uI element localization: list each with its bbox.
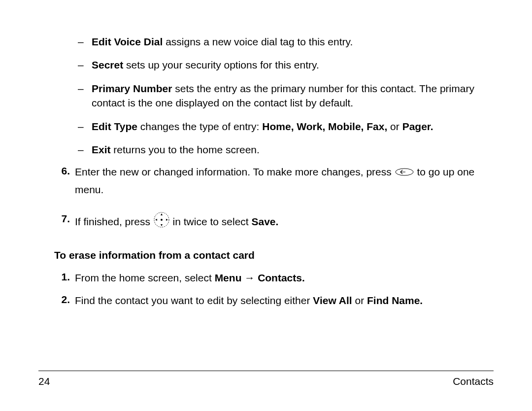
dash-item-edit-type: – Edit Type changes the type of entry: H… (78, 119, 494, 134)
back-button-icon (395, 164, 414, 181)
step-text: From the home screen, select Menu → Cont… (75, 270, 494, 287)
option-name: Edit Voice Dial (92, 36, 163, 47)
erase-steps: 1. From the home screen, select Menu → C… (54, 270, 494, 309)
option-name: Exit (92, 144, 111, 155)
section-title: Contacts (453, 374, 494, 388)
step6-pre: Enter the new or changed information. To… (75, 166, 395, 177)
e2-findname: Find Name. (367, 295, 423, 306)
erase-step-1: 1. From the home screen, select Menu → C… (54, 270, 494, 287)
option-desc-post: or (387, 121, 402, 132)
dash-item-primary-number: – Primary Number sets the entry as the p… (78, 81, 494, 110)
dash-text: Primary Number sets the entry as the pri… (92, 81, 494, 110)
footer-rule (38, 371, 494, 371)
step-number: 2. (54, 292, 75, 307)
option-desc-pre: changes the type of entry: (137, 121, 262, 132)
erase-step-2: 2. Find the contact you want to edit by … (54, 292, 494, 309)
step-number: 6. (54, 164, 75, 178)
svg-point-2 (161, 219, 163, 221)
dash-bullet: – (78, 58, 92, 72)
step7-pre: If finished, press (75, 216, 153, 227)
step-6: 6. Enter the new or changed information.… (54, 164, 494, 198)
e1-contacts: Contacts. (258, 272, 305, 283)
step7-save: Save. (252, 216, 279, 227)
option-name: Edit Type (92, 121, 137, 132)
e2-pre: Find the contact you want to edit by sel… (75, 295, 313, 306)
e1-pre: From the home screen, select (75, 272, 215, 283)
e1-arrow: → (241, 272, 258, 283)
dash-bullet: – (78, 142, 92, 157)
erase-heading: To erase information from a contact card (54, 248, 494, 262)
step-7: 7. If finished, press in twice to select… (54, 211, 494, 234)
e2-mid: or (352, 295, 367, 306)
numbered-steps: 6. Enter the new or changed information.… (54, 164, 494, 233)
dash-option-list: – Edit Voice Dial assigns a new voice di… (78, 34, 494, 157)
page-footer: 24 Contacts (38, 374, 494, 388)
dash-bullet: – (78, 34, 92, 49)
step-number: 7. (54, 211, 75, 226)
option-desc: assigns a new voice dial tag to this ent… (163, 36, 353, 47)
step-text: Enter the new or changed information. To… (75, 164, 494, 198)
dash-text: Exit returns you to the home screen. (92, 142, 494, 157)
step-text: If finished, press in twice to select Sa… (75, 211, 494, 234)
dash-text: Edit Voice Dial assigns a new voice dial… (92, 34, 494, 49)
option-name: Secret (92, 59, 123, 70)
dash-bullet: – (78, 81, 92, 110)
dash-item-exit: – Exit returns you to the home screen. (78, 142, 494, 157)
dash-bullet: – (78, 119, 92, 134)
step-number: 1. (54, 270, 75, 284)
dash-text: Secret sets up your security options for… (92, 58, 494, 72)
dash-item-secret: – Secret sets up your security options f… (78, 58, 494, 72)
option-pager: Pager. (402, 121, 433, 132)
option-types: Home, Work, Mobile, Fax, (262, 121, 387, 132)
option-desc: sets up your security options for this e… (123, 59, 319, 70)
page-content: – Edit Voice Dial assigns a new voice di… (38, 34, 494, 370)
option-desc: returns you to the home screen. (111, 144, 260, 155)
step-text: Find the contact you want to edit by sel… (75, 292, 494, 309)
page-number: 24 (38, 374, 50, 388)
option-name: Primary Number (92, 83, 172, 94)
nav-button-icon (153, 211, 170, 234)
step7-mid: in twice to select (173, 216, 252, 227)
e1-menu: Menu (215, 272, 242, 283)
dash-item-edit-voice-dial: – Edit Voice Dial assigns a new voice di… (78, 34, 494, 49)
e2-viewall: View All (313, 295, 352, 306)
dash-text: Edit Type changes the type of entry: Hom… (92, 119, 494, 134)
